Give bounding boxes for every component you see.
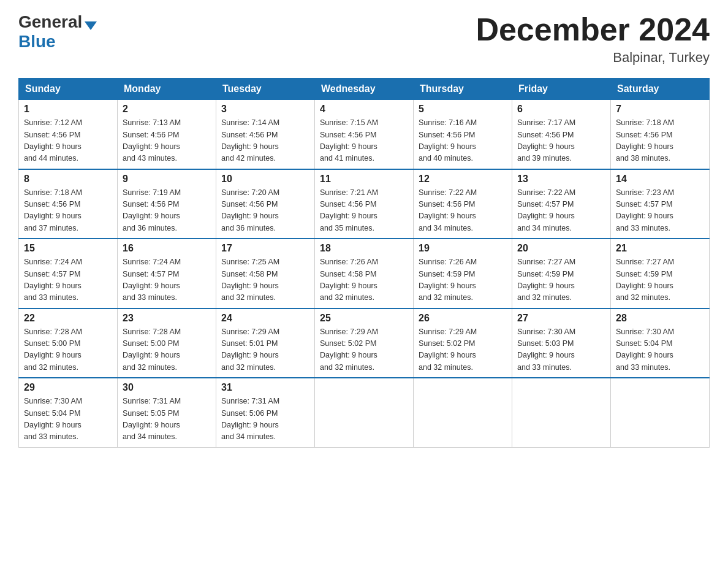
logo: General Blue <box>18 12 97 52</box>
day-info: Sunrise: 7:24 AM Sunset: 4:57 PM Dayligh… <box>123 256 211 304</box>
table-row <box>611 378 710 447</box>
day-number: 10 <box>221 174 309 185</box>
day-number: 6 <box>517 104 605 115</box>
day-number: 20 <box>517 243 605 254</box>
table-row: 30 Sunrise: 7:31 AM Sunset: 5:05 PM Dayl… <box>118 378 216 447</box>
table-row: 9 Sunrise: 7:19 AM Sunset: 4:56 PM Dayli… <box>118 169 216 239</box>
day-info: Sunrise: 7:19 AM Sunset: 4:56 PM Dayligh… <box>123 187 211 235</box>
day-info: Sunrise: 7:30 AM Sunset: 5:03 PM Dayligh… <box>517 326 605 374</box>
table-row: 25 Sunrise: 7:29 AM Sunset: 5:02 PM Dayl… <box>315 308 414 378</box>
calendar-week-row: 29 Sunrise: 7:30 AM Sunset: 5:04 PM Dayl… <box>19 378 710 447</box>
location: Balpinar, Turkey <box>476 50 710 66</box>
logo-triangle-icon <box>85 21 97 30</box>
table-row: 23 Sunrise: 7:28 AM Sunset: 5:00 PM Dayl… <box>118 308 216 378</box>
table-row: 4 Sunrise: 7:15 AM Sunset: 4:56 PM Dayli… <box>315 100 414 169</box>
table-row: 20 Sunrise: 7:27 AM Sunset: 4:59 PM Dayl… <box>512 239 611 308</box>
day-number: 17 <box>221 243 309 254</box>
day-number: 28 <box>616 313 704 324</box>
header-thursday: Thursday <box>414 79 512 100</box>
header-saturday: Saturday <box>611 79 710 100</box>
day-info: Sunrise: 7:13 AM Sunset: 4:56 PM Dayligh… <box>123 117 211 165</box>
day-info: Sunrise: 7:20 AM Sunset: 4:56 PM Dayligh… <box>221 187 309 235</box>
table-row <box>414 378 512 447</box>
day-number: 27 <box>517 313 605 324</box>
table-row: 5 Sunrise: 7:16 AM Sunset: 4:56 PM Dayli… <box>414 100 512 169</box>
table-row: 6 Sunrise: 7:17 AM Sunset: 4:56 PM Dayli… <box>512 100 611 169</box>
table-row: 2 Sunrise: 7:13 AM Sunset: 4:56 PM Dayli… <box>118 100 216 169</box>
table-row: 10 Sunrise: 7:20 AM Sunset: 4:56 PM Dayl… <box>216 169 315 239</box>
table-row: 19 Sunrise: 7:26 AM Sunset: 4:59 PM Dayl… <box>414 239 512 308</box>
table-row: 12 Sunrise: 7:22 AM Sunset: 4:56 PM Dayl… <box>414 169 512 239</box>
day-info: Sunrise: 7:24 AM Sunset: 4:57 PM Dayligh… <box>24 256 112 304</box>
table-row: 11 Sunrise: 7:21 AM Sunset: 4:56 PM Dayl… <box>315 169 414 239</box>
header-monday: Monday <box>118 79 216 100</box>
table-row: 31 Sunrise: 7:31 AM Sunset: 5:06 PM Dayl… <box>216 378 315 447</box>
table-row <box>315 378 414 447</box>
title-block: December 2024 Balpinar, Turkey <box>476 12 710 66</box>
table-row: 7 Sunrise: 7:18 AM Sunset: 4:56 PM Dayli… <box>611 100 710 169</box>
header-friday: Friday <box>512 79 611 100</box>
table-row: 27 Sunrise: 7:30 AM Sunset: 5:03 PM Dayl… <box>512 308 611 378</box>
day-number: 14 <box>616 174 704 185</box>
calendar-week-row: 22 Sunrise: 7:28 AM Sunset: 5:00 PM Dayl… <box>19 308 710 378</box>
day-number: 4 <box>320 104 408 115</box>
day-number: 3 <box>221 104 309 115</box>
day-info: Sunrise: 7:27 AM Sunset: 4:59 PM Dayligh… <box>616 256 704 304</box>
table-row: 16 Sunrise: 7:24 AM Sunset: 4:57 PM Dayl… <box>118 239 216 308</box>
day-info: Sunrise: 7:17 AM Sunset: 4:56 PM Dayligh… <box>517 117 605 165</box>
table-row: 1 Sunrise: 7:12 AM Sunset: 4:56 PM Dayli… <box>19 100 118 169</box>
table-row: 24 Sunrise: 7:29 AM Sunset: 5:01 PM Dayl… <box>216 308 315 378</box>
day-info: Sunrise: 7:29 AM Sunset: 5:01 PM Dayligh… <box>221 326 309 374</box>
header-sunday: Sunday <box>19 79 118 100</box>
day-number: 9 <box>123 174 211 185</box>
day-info: Sunrise: 7:31 AM Sunset: 5:06 PM Dayligh… <box>221 396 309 443</box>
day-info: Sunrise: 7:27 AM Sunset: 4:59 PM Dayligh… <box>517 256 605 304</box>
day-info: Sunrise: 7:22 AM Sunset: 4:57 PM Dayligh… <box>517 187 605 235</box>
month-title: December 2024 <box>476 12 710 47</box>
header-wednesday: Wednesday <box>315 79 414 100</box>
logo-general-text: General <box>18 12 82 32</box>
table-row: 17 Sunrise: 7:25 AM Sunset: 4:58 PM Dayl… <box>216 239 315 308</box>
day-number: 16 <box>123 243 211 254</box>
day-info: Sunrise: 7:25 AM Sunset: 4:58 PM Dayligh… <box>221 256 309 304</box>
day-info: Sunrise: 7:14 AM Sunset: 4:56 PM Dayligh… <box>221 117 309 165</box>
day-number: 23 <box>123 313 211 324</box>
day-info: Sunrise: 7:30 AM Sunset: 5:04 PM Dayligh… <box>24 396 112 443</box>
calendar-table: Sunday Monday Tuesday Wednesday Thursday… <box>18 78 710 448</box>
table-row: 18 Sunrise: 7:26 AM Sunset: 4:58 PM Dayl… <box>315 239 414 308</box>
day-info: Sunrise: 7:28 AM Sunset: 5:00 PM Dayligh… <box>24 326 112 374</box>
page-header: General Blue December 2024 Balpinar, Tur… <box>18 12 710 66</box>
day-number: 8 <box>24 174 112 185</box>
day-info: Sunrise: 7:31 AM Sunset: 5:05 PM Dayligh… <box>123 396 211 443</box>
day-info: Sunrise: 7:18 AM Sunset: 4:56 PM Dayligh… <box>24 187 112 235</box>
day-number: 1 <box>24 104 112 115</box>
day-number: 21 <box>616 243 704 254</box>
day-info: Sunrise: 7:12 AM Sunset: 4:56 PM Dayligh… <box>24 117 112 165</box>
day-info: Sunrise: 7:30 AM Sunset: 5:04 PM Dayligh… <box>616 326 704 374</box>
day-info: Sunrise: 7:22 AM Sunset: 4:56 PM Dayligh… <box>419 187 507 235</box>
day-number: 19 <box>419 243 507 254</box>
logo-blue-text: Blue <box>18 32 56 51</box>
day-info: Sunrise: 7:21 AM Sunset: 4:56 PM Dayligh… <box>320 187 408 235</box>
day-number: 25 <box>320 313 408 324</box>
day-number: 2 <box>123 104 211 115</box>
day-info: Sunrise: 7:29 AM Sunset: 5:02 PM Dayligh… <box>320 326 408 374</box>
table-row: 22 Sunrise: 7:28 AM Sunset: 5:00 PM Dayl… <box>19 308 118 378</box>
table-row: 8 Sunrise: 7:18 AM Sunset: 4:56 PM Dayli… <box>19 169 118 239</box>
table-row: 3 Sunrise: 7:14 AM Sunset: 4:56 PM Dayli… <box>216 100 315 169</box>
day-number: 30 <box>123 382 211 393</box>
day-info: Sunrise: 7:18 AM Sunset: 4:56 PM Dayligh… <box>616 117 704 165</box>
table-row: 29 Sunrise: 7:30 AM Sunset: 5:04 PM Dayl… <box>19 378 118 447</box>
header-tuesday: Tuesday <box>216 79 315 100</box>
day-info: Sunrise: 7:16 AM Sunset: 4:56 PM Dayligh… <box>419 117 507 165</box>
calendar-week-row: 1 Sunrise: 7:12 AM Sunset: 4:56 PM Dayli… <box>19 100 710 169</box>
day-number: 5 <box>419 104 507 115</box>
day-number: 13 <box>517 174 605 185</box>
day-info: Sunrise: 7:26 AM Sunset: 4:58 PM Dayligh… <box>320 256 408 304</box>
day-info: Sunrise: 7:15 AM Sunset: 4:56 PM Dayligh… <box>320 117 408 165</box>
day-number: 12 <box>419 174 507 185</box>
day-number: 24 <box>221 313 309 324</box>
day-number: 15 <box>24 243 112 254</box>
day-number: 31 <box>221 382 309 393</box>
table-row <box>512 378 611 447</box>
